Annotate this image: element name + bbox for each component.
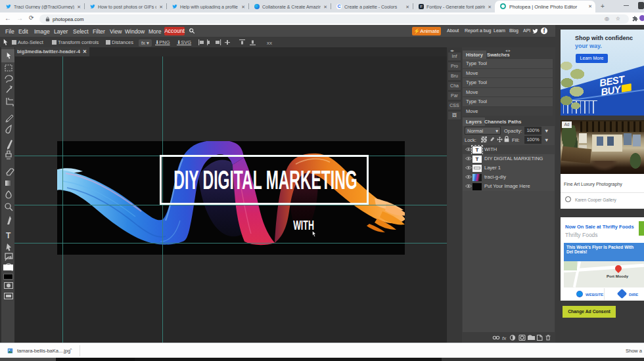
svg-text:T: T bbox=[6, 231, 11, 240]
svg-text:fx: fx bbox=[502, 335, 507, 341]
svg-text:xx: xx bbox=[267, 40, 272, 45]
